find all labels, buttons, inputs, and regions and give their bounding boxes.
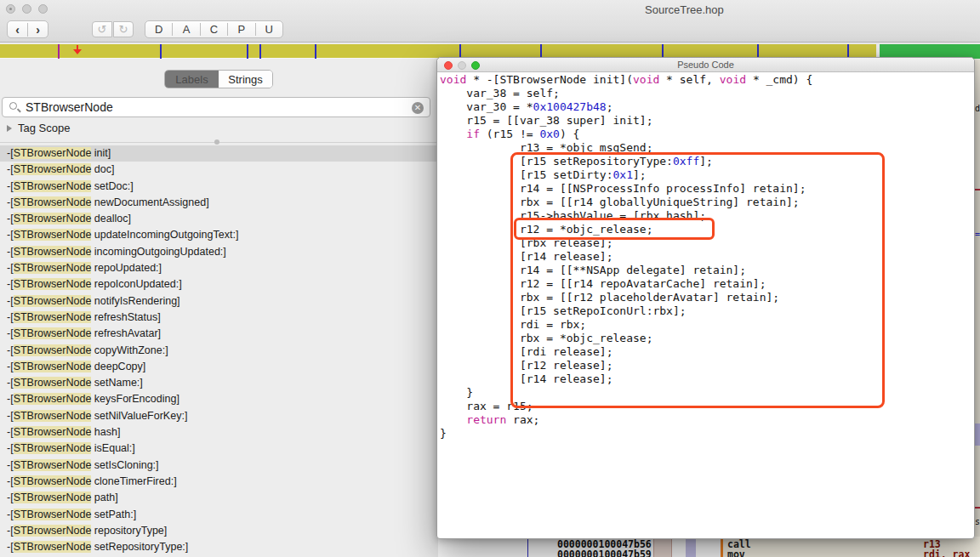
- tab-labels[interactable]: Labels: [165, 71, 219, 88]
- label-list-item[interactable]: -[STBrowserNode keysForEncoding]: [0, 391, 438, 407]
- label-list-item[interactable]: -[STBrowserNode incomingOutgoingUpdated:…: [0, 244, 438, 260]
- segment-assembly[interactable]: A: [173, 23, 200, 36]
- zoom-icon[interactable]: [471, 61, 480, 70]
- close-icon[interactable]: [444, 61, 453, 70]
- window-title: SourceTree.hop: [645, 3, 724, 16]
- pseudo-code-content[interactable]: void * -[STBrowserNode init](void * self…: [437, 72, 974, 538]
- label-list-item[interactable]: -[STBrowserNode newDocumentAssigned]: [0, 195, 438, 211]
- nav-section-line: [247, 44, 248, 59]
- sidebar-tab-bar: Labels Strings: [164, 70, 273, 88]
- redo-button[interactable]: ↻: [113, 21, 134, 37]
- back-button[interactable]: ‹: [8, 23, 28, 37]
- symbols-sidebar: Labels Strings STBrowserNode ✕ Tag Scope…: [0, 60, 438, 557]
- nav-section-line: [58, 44, 60, 59]
- label-list-item[interactable]: -[STBrowserNode repoUpdated:]: [0, 260, 438, 276]
- clipped-marker-fragment: [975, 189, 980, 190]
- nav-section-line: [259, 44, 261, 59]
- label-list-item[interactable]: -[STBrowserNode setPath:]: [0, 507, 438, 523]
- undo-button[interactable]: ↺: [92, 21, 112, 37]
- nav-section-line: [160, 44, 162, 59]
- current-position-marker: [73, 45, 82, 54]
- disassembly-background: 0000000100047b56callr130000000100047b59m…: [438, 537, 980, 557]
- minimize-icon: [458, 61, 466, 70]
- undo-icon: ↺: [98, 23, 107, 36]
- label-list-item[interactable]: -[STBrowserNode repoIconUpdated:]: [0, 276, 438, 293]
- label-list-item[interactable]: -[STBrowserNode dealloc]: [0, 211, 438, 227]
- view-mode-segmented-control: D A C P U: [145, 20, 283, 38]
- label-list-item[interactable]: -[STBrowserNode hash]: [0, 424, 438, 440]
- label-list-item[interactable]: -[STBrowserNode path]: [0, 490, 438, 506]
- label-list-item[interactable]: -[STBrowserNode setIsCloning:]: [0, 458, 438, 474]
- label-list-item[interactable]: -[STBrowserNode setNilValueForKey:]: [0, 408, 438, 424]
- tab-strings[interactable]: Strings: [219, 71, 272, 88]
- label-list-item[interactable]: -[STBrowserNode setRepositoryType:]: [0, 539, 438, 555]
- arrow-down-icon: [73, 49, 82, 54]
- forward-button[interactable]: ›: [28, 23, 48, 37]
- search-icon: [9, 102, 17, 110]
- close-icon[interactable]: [6, 4, 15, 14]
- search-input[interactable]: STBrowserNode ✕: [2, 97, 430, 117]
- clipped-selection-fragment: [975, 423, 980, 446]
- zoom-icon[interactable]: [38, 4, 48, 14]
- label-list-item[interactable]: -[STBrowserNode setDoc:]: [0, 179, 438, 195]
- disassembly-row: 0000000100047b56callr13: [438, 538, 980, 548]
- label-list-item[interactable]: -[STBrowserNode updateIncomingOutgoingTe…: [0, 227, 438, 243]
- clipped-text-fragment: d: [975, 104, 980, 113]
- main-window-titlebar: SourceTree.hop ‹ › ↺ ↻ D A C P U: [0, 0, 980, 43]
- clipped-text-fragment: s: [975, 517, 980, 526]
- label-list-item[interactable]: -[STBrowserNode init]: [0, 145, 438, 162]
- pseudo-code-window: Pseudo Code void * -[STBrowserNode init]…: [436, 57, 975, 539]
- tag-scope-label: Tag Scope: [18, 122, 70, 134]
- clear-search-button[interactable]: ✕: [412, 102, 424, 114]
- label-list-item[interactable]: -[STBrowserNode notifyIsRendering]: [0, 293, 438, 310]
- redo-icon: ↻: [119, 23, 128, 36]
- label-list-item[interactable]: -[STBrowserNode deepCopy]: [0, 359, 438, 375]
- code-text: void * -[STBrowserNode init](void * self…: [440, 73, 812, 440]
- disassembly-right-edge: d = s: [975, 60, 980, 537]
- chevron-right-icon: ›: [36, 23, 40, 37]
- splitter-grip-handle[interactable]: [214, 139, 219, 145]
- nav-section-line: [315, 44, 316, 59]
- disassembly-row: 0000000100047b59movrdi, rax: [438, 548, 980, 557]
- segment-disassembly[interactable]: D: [145, 23, 173, 36]
- label-list: -[STBrowserNode init]-[STBrowserNode doc…: [0, 145, 438, 557]
- segment-cfg[interactable]: C: [201, 23, 228, 36]
- minimize-icon[interactable]: [22, 4, 31, 14]
- search-value: STBrowserNode: [26, 100, 113, 114]
- label-list-item[interactable]: -[STBrowserNode setName:]: [0, 375, 438, 391]
- pseudo-code-title: Pseudo Code: [437, 58, 974, 72]
- label-list-item[interactable]: -[STBrowserNode refreshAvatar]: [0, 326, 438, 342]
- label-list-item[interactable]: -[STBrowserNode isEqual:]: [0, 440, 438, 457]
- label-list-item[interactable]: -[STBrowserNode doc]: [0, 162, 438, 178]
- chevron-left-icon: ‹: [15, 23, 20, 37]
- clipped-marker-fragment: [975, 507, 980, 509]
- label-list-item[interactable]: -[STBrowserNode cloneTimerFired:]: [0, 474, 438, 490]
- pseudo-code-titlebar[interactable]: Pseudo Code: [437, 58, 974, 72]
- segment-pseudocode[interactable]: P: [228, 23, 255, 36]
- label-list-item[interactable]: -[STBrowserNode copyWithZone:]: [0, 343, 438, 359]
- tag-scope-disclosure[interactable]: Tag Scope: [7, 122, 70, 134]
- label-list-item[interactable]: -[STBrowserNode refreshStatus]: [0, 310, 438, 326]
- clipped-text-fragment: =: [975, 230, 980, 239]
- label-list-item[interactable]: -[STBrowserNode repositoryType]: [0, 523, 438, 539]
- segment-hex[interactable]: U: [256, 23, 282, 36]
- disclosure-triangle-icon: [7, 125, 12, 132]
- history-nav-group: ‹ ›: [7, 20, 48, 38]
